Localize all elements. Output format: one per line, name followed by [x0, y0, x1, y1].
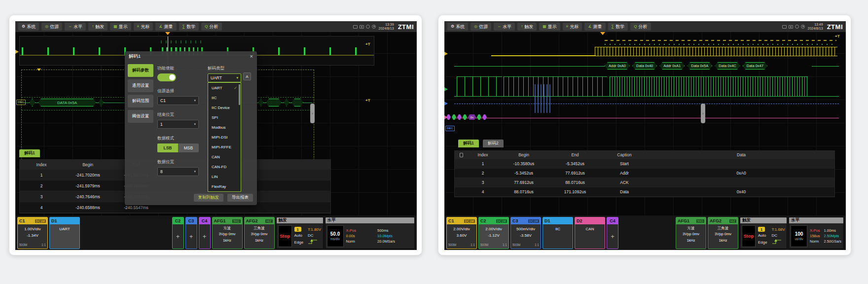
- table-row[interactable]: 2 -5.3452us 77.6912us Addr 0xA0: [455, 169, 834, 178]
- menu-item-analyze[interactable]: Q 分析: [201, 23, 221, 31]
- decode-frame-label: Data 0x47: [747, 64, 763, 68]
- lsb-button[interactable]: LSB: [157, 143, 178, 152]
- channel-d2-marker-icon: [444, 115, 448, 119]
- drawer-handle[interactable]: ›: [701, 104, 705, 123]
- decode-type-option[interactable]: MIPI-DSI ✓: [208, 132, 241, 142]
- decode-type-option[interactable]: Modbus ✓: [208, 122, 241, 132]
- drawer-handle[interactable]: ›: [310, 104, 315, 123]
- channel-card-c3[interactable]: C3 DC1M 500mV/div -3.58V 500M 1:1: [510, 217, 541, 249]
- menu-item-display[interactable]: ▦ 显示: [539, 23, 560, 31]
- math-icon: ∑: [612, 25, 615, 29]
- decode-type-label: 解码类型: [208, 66, 241, 71]
- dialog-tab[interactable]: 阈值设置: [128, 110, 153, 123]
- decode-type-option[interactable]: LIN ✓: [208, 172, 241, 181]
- decode-type-option[interactable]: IIC Device ✓: [208, 103, 241, 112]
- option-label: CAN-FD: [212, 165, 226, 169]
- menu-item-gear[interactable]: ⚙ 系统: [18, 23, 39, 31]
- menu-item-source[interactable]: ◎ 信源: [470, 23, 491, 31]
- decode-type-option[interactable]: MIPI-RFFE ✓: [208, 142, 241, 152]
- afg1-card[interactable]: AFG1 50Ω 方波 3Vpp 0mv 1kHz: [212, 217, 243, 249]
- menu-item-math[interactable]: ∑ 数学: [608, 23, 628, 31]
- table-body: 1 -10.3580us -5.3452us Start 2 -5.3452us…: [455, 159, 834, 197]
- menu-item-cursor[interactable]: ≡ 光标: [134, 23, 153, 31]
- menu-label: 分析: [210, 24, 218, 30]
- close-icon[interactable]: ×: [250, 54, 253, 59]
- channel-card-c1[interactable]: C1 DC1M 2.00V/div 3.60V 500M 1:1: [446, 217, 477, 249]
- trigger-section[interactable]: 触发 Stop 1 T:1.80V Auto DC Edge: [276, 217, 324, 249]
- stopbit-select[interactable]: 1 ▾: [157, 120, 199, 129]
- export-report-button[interactable]: 导出报表: [227, 194, 253, 202]
- trigger-title: 触发: [277, 217, 323, 223]
- decode-type-select[interactable]: UART ▾: [208, 73, 241, 82]
- decode-type-option[interactable]: IIC ✓: [208, 93, 241, 103]
- channel-card-c1[interactable]: C1 DC1M 1.00V/div -1.34V 500M 1:1: [17, 217, 48, 249]
- cell-index: 3: [20, 194, 63, 199]
- databits-select[interactable]: 8 ▾: [157, 167, 199, 176]
- decode-type-option[interactable]: UART ✓: [208, 83, 241, 93]
- trigger-section[interactable]: 触发 Stop 1 T:1.68V Auto DC Edge: [740, 217, 787, 249]
- decode-tab-1[interactable]: 解码1: [19, 149, 40, 157]
- horizontal-label: X-Pos: [810, 228, 820, 233]
- menu-item-analyze[interactable]: Q 分析: [630, 23, 651, 31]
- scope-screen-2: ⚙ 系统 ◎ 信源 ⇔ 水平 ↑ 触发: [444, 21, 846, 250]
- add-channel-icon[interactable]: +: [186, 224, 197, 248]
- menu-item-horizontal[interactable]: ⇔ 水平: [494, 23, 515, 31]
- add-channel-icon[interactable]: +: [607, 224, 618, 248]
- source-icon: ◎: [474, 25, 477, 29]
- source-select[interactable]: C1 ▾: [157, 96, 199, 105]
- decode-tab-2[interactable]: 解码2: [483, 140, 504, 147]
- table-row[interactable]: 1 -10.3580us -5.3452us Start: [455, 159, 834, 169]
- trigger-position-icon[interactable]: [165, 32, 170, 35]
- channel-card-d1[interactable]: D1 IIC: [542, 217, 573, 249]
- decode-frame: [477, 114, 481, 120]
- trigger-icon: ↑: [92, 25, 94, 29]
- menu-item-cursor[interactable]: ≡ 光标: [563, 23, 582, 31]
- horizontal-section[interactable]: 水平 50.0 ms/div X-Pos 500ms 0.00s 10.0Mpt…: [325, 217, 415, 249]
- channel-card-c4[interactable]: C4 +: [607, 217, 618, 249]
- copy-to-trigger-button[interactable]: 复制到触发: [194, 194, 224, 202]
- afg2-card[interactable]: AFG2 HiZ 三角波 3Vpp 0mv 1kHz: [708, 217, 738, 249]
- msb-button[interactable]: MSB: [178, 143, 199, 152]
- decode-type-option[interactable]: CAN ✓: [208, 152, 241, 162]
- decode-type-option[interactable]: FlexRay ✓: [208, 181, 241, 191]
- decode-frame: Data 0x4C: [715, 62, 740, 70]
- enable-toggle[interactable]: [157, 73, 176, 81]
- afg1-card[interactable]: AFG1 50Ω 方波 3Vpp 0mv 1kHz: [676, 217, 706, 249]
- decode-type-option[interactable]: CAN-FD ✓: [208, 162, 241, 172]
- menu-item-measure[interactable]: ∡ 测量: [584, 23, 605, 31]
- bandwidth: 500M: [480, 243, 488, 248]
- menu-item-horizontal[interactable]: ⇔ 水平: [65, 23, 86, 31]
- dialog-tab[interactable]: 解码范围: [128, 95, 153, 107]
- channel-card-c2[interactable]: C2 DC1M 2.00V/div -1.12V 500M 1:1: [478, 217, 509, 249]
- menu-item-measure[interactable]: ∡ 测量: [155, 23, 176, 31]
- channel-card-c2[interactable]: C2 +: [172, 217, 184, 249]
- menu-item-display[interactable]: ▦ 显示: [110, 23, 131, 31]
- channel-card-d2[interactable]: D2 CAN: [575, 217, 605, 249]
- trigger-position-icon[interactable]: [600, 32, 605, 35]
- menu-item-trigger[interactable]: ↑ 触发: [517, 23, 537, 31]
- channel-card-c3[interactable]: C3 +: [185, 217, 197, 249]
- load-badge: 50Ω: [696, 219, 704, 223]
- screen-status-icon: [789, 25, 793, 29]
- menu-item-gear[interactable]: ⚙ 系统: [447, 23, 468, 31]
- add-channel-icon[interactable]: +: [199, 224, 210, 248]
- add-channel-icon[interactable]: +: [173, 224, 183, 248]
- table-row[interactable]: 3 77.6912us 88.0716us ACK: [455, 178, 834, 187]
- decode-tab-1[interactable]: 解码1: [458, 140, 479, 147]
- decode-type-option[interactable]: SPI ✓: [208, 112, 241, 122]
- dialog-tab[interactable]: 通用设置: [128, 79, 153, 92]
- frequency: 1kHz: [708, 238, 738, 244]
- table-row[interactable]: 4 88.0716us 171.1092us Data 0x40: [455, 187, 834, 197]
- decode-frame-label: Addr 0xA0: [609, 64, 626, 68]
- afg2-card[interactable]: AFG2 HiZ 三角波 3Vpp 0mv 1kHz: [244, 217, 275, 249]
- channel-card-d1[interactable]: D1 UART: [49, 217, 80, 249]
- menu-item-trigger[interactable]: ↑ 触发: [88, 23, 108, 31]
- wave-type: 三角波: [245, 225, 274, 231]
- horizontal-section[interactable]: 水平 100 us/div X-Pos 1.00ms 158us 2.50Mpt…: [789, 217, 844, 249]
- menu-item-source[interactable]: ◎ 信源: [41, 23, 62, 31]
- channel-card-c4[interactable]: C4 +: [199, 217, 211, 249]
- dialog-tab[interactable]: 解码参数: [128, 64, 153, 77]
- keyboard-button[interactable]: A: [243, 72, 251, 80]
- load-badge: 50Ω: [232, 219, 240, 223]
- menu-item-math[interactable]: ∑ 数学: [179, 23, 199, 31]
